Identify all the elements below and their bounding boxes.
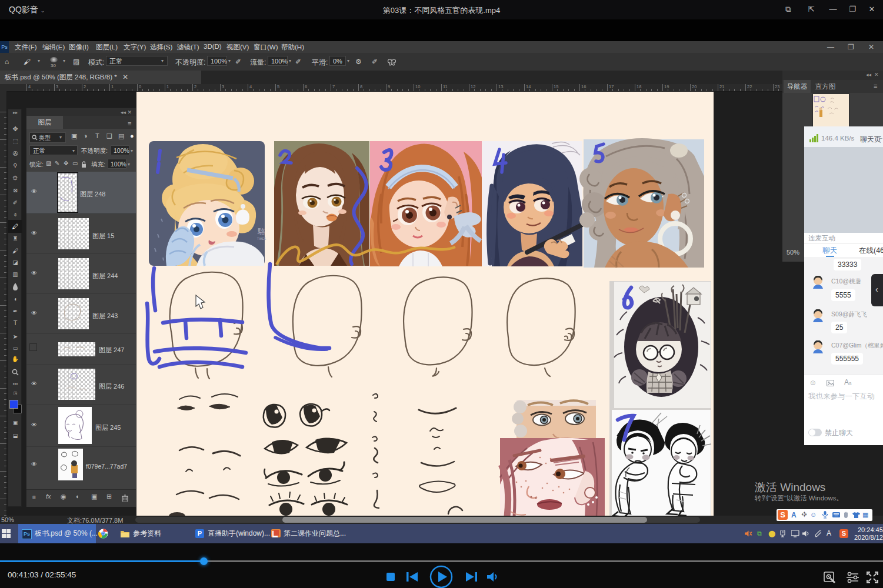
svg-text:駱: 駱 bbox=[258, 227, 265, 236]
svg-text:TIMES: TIMES bbox=[257, 237, 266, 240]
